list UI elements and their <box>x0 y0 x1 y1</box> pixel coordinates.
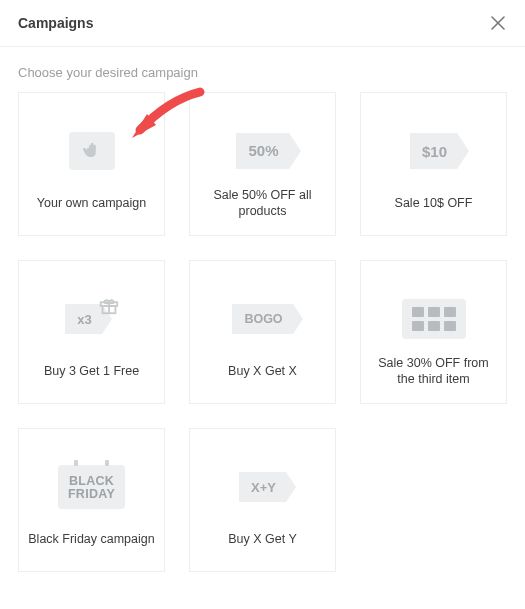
campaign-grid: Your own campaign 50% Sale 50% OFF all p… <box>0 92 525 590</box>
buy-3-get-1-card[interactable]: x3 Buy 3 Get 1 Free <box>18 260 165 404</box>
tag-badge: 50% <box>236 133 288 169</box>
tag-badge: X+Y <box>239 472 286 502</box>
own-campaign-icon-wrap <box>69 115 115 187</box>
card-label: Your own campaign <box>37 187 146 219</box>
dialog-header: Campaigns <box>0 0 525 47</box>
buy-x-get-y-card[interactable]: X+Y Buy X Get Y <box>189 428 336 572</box>
close-icon <box>491 16 505 30</box>
gift-icon <box>98 294 120 316</box>
dialog-title: Campaigns <box>18 15 93 31</box>
close-button[interactable] <box>489 14 507 32</box>
sale-10-off-card[interactable]: $10 Sale 10$ OFF <box>360 92 507 236</box>
dialog-subtitle: Choose your desired campaign <box>0 47 525 92</box>
xy-tag-icon: X+Y <box>239 451 286 523</box>
percent-tag-icon: 50% <box>236 115 288 187</box>
card-label: Sale 50% OFF all products <box>198 187 327 220</box>
card-label: Sale 30% OFF from the third item <box>369 355 498 388</box>
bf-line-2: FRIDAY <box>68 488 115 501</box>
tag-badge: $10 <box>410 133 457 169</box>
card-label: Black Friday campaign <box>28 523 154 555</box>
card-label: Sale 10$ OFF <box>395 187 473 219</box>
card-label: Buy 3 Get 1 Free <box>44 355 139 387</box>
card-label: Buy X Get X <box>228 355 297 387</box>
own-campaign-card[interactable]: Your own campaign <box>18 92 165 236</box>
grid-items-icon <box>402 283 466 355</box>
dollar-tag-icon: $10 <box>410 115 457 187</box>
bogo-tag-icon: BOGO <box>232 283 292 355</box>
x3-gift-icon: x3 <box>65 283 117 355</box>
tag-badge: BOGO <box>232 304 292 334</box>
tag-badge: x3 <box>65 304 101 334</box>
wave-hand-icon <box>69 132 115 170</box>
calendar-icon: BLACK FRIDAY <box>58 451 125 523</box>
card-label: Buy X Get Y <box>228 523 297 555</box>
sale-50-off-card[interactable]: 50% Sale 50% OFF all products <box>189 92 336 236</box>
black-friday-card[interactable]: BLACK FRIDAY Black Friday campaign <box>18 428 165 572</box>
bogo-card[interactable]: BOGO Buy X Get X <box>189 260 336 404</box>
sale-30-third-card[interactable]: Sale 30% OFF from the third item <box>360 260 507 404</box>
